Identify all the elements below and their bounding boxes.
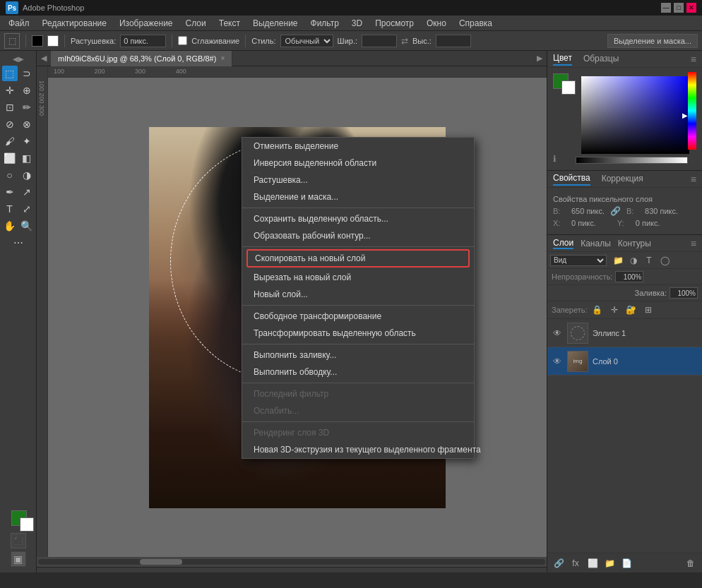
move-tool[interactable]: ✛	[2, 83, 18, 98]
eraser-tool[interactable]: ⬜	[2, 150, 18, 166]
fill-input[interactable]	[670, 287, 698, 299]
tab-paths[interactable]: Контуры	[618, 239, 651, 248]
dodge-tool[interactable]: ◑	[19, 167, 35, 183]
smooth-checkbox[interactable]	[178, 36, 187, 45]
menu-3d[interactable]: 3D	[346, 17, 368, 30]
close-button[interactable]: ✕	[686, 3, 696, 13]
extra-tool[interactable]: ⋯	[11, 235, 26, 251]
canvas-tab[interactable]: mIh09iC8x6U.jpg @ 68,3% (Слой 0, RGB/8#)…	[51, 51, 232, 66]
new-adj-btn[interactable]: ◑	[626, 254, 641, 267]
lasso-tool[interactable]: ⊃	[19, 66, 35, 81]
blend-mode-select[interactable]: Вид Нормальный Умножение	[550, 255, 607, 266]
tab-properties[interactable]: Свойства	[553, 173, 590, 186]
hand-tool[interactable]: ✋	[2, 218, 18, 234]
height-input[interactable]	[436, 35, 471, 47]
crop-tool[interactable]: ⊡	[2, 100, 18, 115]
scroll-horizontal[interactable]	[37, 557, 547, 567]
menu-image[interactable]: Изображение	[114, 17, 179, 30]
path-tool[interactable]: ⤢	[19, 201, 35, 217]
ctx-save-selection[interactable]: Сохранить выделенную область...	[242, 210, 474, 227]
canvas-tab-close[interactable]: ×	[220, 54, 225, 62]
shape-btn[interactable]: ◯	[658, 254, 672, 267]
menu-text[interactable]: Текст	[213, 17, 246, 30]
path-select-tool[interactable]: ↗	[19, 184, 35, 200]
add-mask-btn[interactable]: ⬜	[585, 556, 600, 570]
text-tool[interactable]: T	[2, 201, 18, 217]
maximize-button[interactable]: □	[674, 3, 684, 13]
link-icon[interactable]: 🔗	[610, 206, 621, 216]
ctx-stroke[interactable]: Выполнить обводку...	[242, 364, 474, 380]
lock-artboard-btn[interactable]: ⊞	[641, 304, 655, 316]
ctx-new-layer[interactable]: Новый слой...	[242, 286, 474, 303]
type-btn[interactable]: T	[642, 254, 656, 267]
swap-wh-icon[interactable]: ⇄	[401, 36, 408, 46]
tab-layers[interactable]: Слои	[553, 238, 573, 249]
color-hue-bar[interactable]	[688, 72, 696, 150]
brush-tool[interactable]: 🖌	[2, 133, 18, 149]
ctx-free-transform[interactable]: Свободное трансформирование	[242, 308, 474, 325]
new-layer-btn[interactable]: 📄	[619, 556, 633, 570]
healing-tool[interactable]: ⊘	[2, 116, 18, 132]
background-color[interactable]	[20, 517, 34, 532]
brightness-bar[interactable]	[576, 157, 688, 164]
style-select[interactable]: Обычный	[280, 35, 333, 47]
layer-item-0[interactable]: 👁 img Слой 0	[547, 347, 702, 376]
menu-window[interactable]: Окно	[421, 17, 452, 30]
color-info-icon[interactable]: ℹ	[553, 154, 557, 164]
panels-expand[interactable]: ▶	[533, 54, 547, 63]
ctx-refine[interactable]: Выделение и маска...	[242, 188, 474, 205]
props-panel-menu-icon[interactable]: ≡	[691, 174, 696, 185]
color-background-swatch[interactable]	[561, 80, 576, 95]
ctx-transform-selection[interactable]: Трансформировать выделенную область	[242, 325, 474, 342]
toolbox-collapse[interactable]: ◀▶	[1, 54, 35, 64]
ctx-feather[interactable]: Растушевка...	[242, 172, 474, 188]
menu-edit[interactable]: Редактирование	[37, 17, 112, 30]
zoom-tool[interactable]: 🔍	[19, 218, 35, 234]
screen-mode-btn[interactable]: ▣	[11, 551, 26, 567]
menu-filter[interactable]: Фильтр	[305, 17, 345, 30]
menu-select[interactable]: Выделение	[247, 17, 304, 30]
lock-pixels-btn[interactable]: 🔒	[590, 304, 605, 316]
ctx-invert[interactable]: Инверсия выделенной области	[242, 155, 474, 172]
gradient-tool[interactable]: ◧	[19, 150, 35, 166]
minimize-button[interactable]: —	[661, 3, 671, 13]
doc-arrow[interactable]: ▶	[155, 570, 161, 572]
ctx-deselect[interactable]: Отменить выделение	[242, 138, 474, 155]
ctx-fill[interactable]: Выполнить заливку...	[242, 347, 474, 364]
layers-menu-icon[interactable]: ≡	[691, 238, 696, 249]
tab-channels[interactable]: Каналы	[581, 239, 611, 248]
ctx-make-path[interactable]: Образовать рабочий контур...	[242, 227, 474, 244]
layer-eye-ellipse[interactable]: 👁	[552, 328, 563, 339]
delete-layer-btn[interactable]: 🗑	[684, 556, 698, 570]
new-group-footer-btn[interactable]: 📁	[602, 556, 617, 570]
clone-tool[interactable]: ✦	[19, 133, 35, 149]
link-layers-btn[interactable]: 🔗	[552, 556, 566, 570]
ctx-new-3d[interactable]: Новая 3D-экструзия из текущего выделенно…	[242, 441, 474, 458]
lock-all-btn[interactable]: 🔐	[624, 304, 638, 316]
layer-item-ellipse[interactable]: 👁 Эллипс 1	[547, 319, 702, 347]
ctx-copy-new-layer[interactable]: Скопировать на новый слой	[248, 251, 468, 266]
tab-swatches[interactable]: Образцы	[583, 54, 619, 65]
tab-correction[interactable]: Коррекция	[602, 174, 643, 185]
pen-tool[interactable]: ✒	[2, 184, 18, 200]
patch-tool[interactable]: ⊗	[19, 116, 35, 132]
menu-view[interactable]: Просмотр	[369, 17, 420, 30]
color-panel-menu-icon[interactable]: ≡	[691, 54, 696, 65]
quick-mask-btn[interactable]: ⬛	[11, 533, 26, 548]
panels-collapse[interactable]: ◀	[37, 54, 51, 63]
eyedropper-tool[interactable]: ✏	[19, 100, 35, 115]
blur-tool[interactable]: ○	[2, 167, 18, 183]
width-input[interactable]	[362, 35, 397, 47]
layer-eye-0[interactable]: 👁	[552, 356, 563, 367]
add-style-btn[interactable]: fx	[569, 556, 583, 570]
feather-input[interactable]	[120, 35, 166, 47]
mask-button[interactable]: Выделение и маска...	[607, 34, 698, 48]
lock-position-btn[interactable]: ✛	[607, 304, 621, 316]
menu-layers[interactable]: Слои	[180, 17, 212, 30]
menu-file[interactable]: Файл	[3, 17, 35, 30]
new-group-btn[interactable]: 📁	[611, 254, 625, 267]
tab-color[interactable]: Цвет	[553, 53, 572, 66]
menu-help[interactable]: Справка	[453, 17, 498, 30]
quick-select-tool[interactable]: ⊕	[19, 83, 35, 98]
scroll-thumb-h[interactable]	[140, 559, 182, 565]
